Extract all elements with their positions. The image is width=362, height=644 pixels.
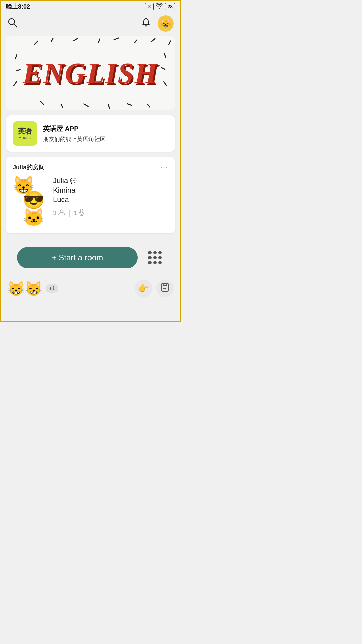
room-stats: 3 | 1 [53,209,168,218]
stat-divider: | [69,209,70,217]
app-desc: 朋友们的线上英语角社区 [43,135,106,143]
banner: ENGLISH [6,36,175,110]
status-time: 晚上8:02 [6,3,30,11]
avatar-cat-2: 😎🐱 [23,191,46,226]
bottom-cat-2: 😸 [25,280,42,297]
app-name: 英语屋 APP [43,124,106,133]
battery-icon: 28 [165,3,175,10]
bottom-nav: 😸 😸 +1 👉 [1,275,180,304]
bottom-right: 👉 [135,280,174,297]
screen-icon: ✕ [145,3,154,10]
member-kimina: Kimina [53,186,168,195]
bottom-cat-1: 😸 [7,280,25,297]
room-card[interactable]: Julia的房间 ··· 😸 😎🐱 Julia 💬 Kimina Luca 3 [6,157,175,233]
grid-dots [148,251,162,264]
listener-stat: 3 [53,209,65,217]
status-icons: ✕ 28 [145,3,175,11]
bottom-left: 😸 😸 +1 [7,280,58,297]
member-julia: Julia 💬 [53,176,168,185]
notepad-icon [160,283,170,294]
app-logo: 英语 House [13,121,37,146]
room-members: Julia 💬 Kimina Luca 3 [53,176,168,218]
app-card: 英语 House 英语屋 APP 朋友们的线上英语角社区 [6,115,175,152]
member-luca: Luca [53,195,168,204]
search-icon[interactable] [7,17,18,30]
notepad-button[interactable] [156,280,174,297]
app-logo-english: House [18,135,31,140]
finger-point-button[interactable]: 👉 [135,280,152,297]
action-bar: + Start a room [1,240,180,275]
app-logo-chinese: 英语 [18,127,32,135]
avatar[interactable]: 😸 [158,15,174,32]
start-room-button[interactable]: + Start a room [17,247,138,268]
speaker-count: 1 [74,210,77,217]
banner-title: ENGLISH [23,59,158,88]
top-nav: 😸 [1,12,180,36]
plus-badge: +1 [46,284,58,293]
svg-rect-4 [81,209,83,213]
grid-menu-button[interactable] [146,249,164,267]
status-bar: 晚上8:02 ✕ 28 [1,1,180,12]
bottom-avatars[interactable]: 😸 😸 [7,280,42,297]
finger-point-icon: 👉 [138,283,149,294]
listener-count: 3 [53,210,56,217]
room-more-button[interactable]: ··· [160,163,168,172]
listener-icon [58,209,65,217]
room-title: Julia的房间 [13,163,45,171]
svg-line-2 [14,24,17,27]
speaking-icon: 💬 [70,178,77,184]
bell-icon[interactable] [141,17,152,30]
wifi-icon [156,3,163,11]
svg-rect-7 [162,283,168,291]
mic-icon [79,209,85,218]
room-avatars: 😸 😎🐱 [13,176,46,226]
speaker-stat: 1 [74,209,85,218]
